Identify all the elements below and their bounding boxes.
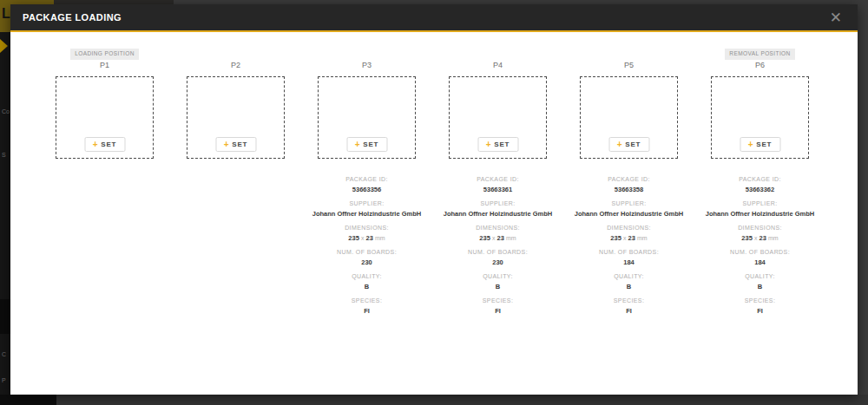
dimension-width: 235 <box>479 234 490 242</box>
position-column-p2: P2 + SET <box>170 49 301 320</box>
positions-row: LOADING POSITION P1 + SET P2 + SET <box>10 32 858 320</box>
dimension-separator: x <box>754 235 758 241</box>
dimensions-value: 235 x 23 mm <box>304 233 431 244</box>
dimensions-label: DIMENSIONS: <box>304 223 431 233</box>
supplier-label: SUPPLIER: <box>697 199 824 209</box>
plus-icon: + <box>617 140 623 149</box>
supplier-label: SUPPLIER: <box>435 199 562 209</box>
supplier-label: SUPPLIER: <box>566 199 693 209</box>
dimension-separator: x <box>361 235 365 241</box>
set-button[interactable]: + SET <box>215 137 256 152</box>
dimension-unit: mm <box>768 235 779 241</box>
quality-value: B <box>304 282 431 292</box>
package-id-value: 53663362 <box>697 185 824 195</box>
position-column-p1: LOADING POSITION P1 + SET <box>39 49 170 320</box>
num-boards-value: 230 <box>304 258 431 268</box>
quality-value: B <box>697 282 824 292</box>
species-label: SPECIES: <box>697 296 824 306</box>
dimension-width: 235 <box>741 234 753 242</box>
set-button-label: SET <box>232 140 247 148</box>
dimensions-label: DIMENSIONS: <box>566 223 693 233</box>
dimension-height: 23 <box>760 234 766 242</box>
position-label: P2 <box>231 61 240 72</box>
package-id-value: 53663358 <box>566 185 693 195</box>
sidebar-item-fragment: C <box>2 351 6 357</box>
dimension-unit: mm <box>637 235 648 241</box>
dimension-height: 23 <box>628 234 635 242</box>
quality-value: B <box>435 282 562 292</box>
set-button-label: SET <box>756 140 772 148</box>
set-button[interactable]: + SET <box>477 137 518 152</box>
species-value: FI <box>304 306 431 317</box>
position-column-p3: P3 + SET PACKAGE ID: 53663356 SUPPLIER: … <box>301 49 432 320</box>
set-button[interactable]: + SET <box>346 137 387 152</box>
package-slot: + SET <box>56 76 154 159</box>
loading-position-badge: LOADING POSITION <box>70 49 139 60</box>
close-icon[interactable]: ✕ <box>826 9 845 27</box>
quality-label: QUALITY: <box>304 271 431 282</box>
species-value: FI <box>566 306 693 317</box>
dimension-width: 235 <box>610 234 621 242</box>
position-label: P4 <box>493 61 503 72</box>
set-button-label: SET <box>363 140 378 148</box>
package-id-label: PACKAGE ID: <box>697 174 824 185</box>
dimension-unit: mm <box>375 235 385 241</box>
bottom-bar-sidebar-segment <box>0 395 56 405</box>
quality-label: QUALITY: <box>697 271 824 282</box>
set-button[interactable]: + SET <box>608 137 649 152</box>
chevron-right-icon <box>0 39 8 53</box>
bottom-bar <box>0 395 868 405</box>
dimension-height: 23 <box>497 234 504 242</box>
supplier-value: Johann Offner Holzindustrie GmbH <box>444 209 553 219</box>
package-slot: + SET <box>187 76 285 159</box>
num-boards-value: 230 <box>435 258 562 268</box>
package-id-value: 53663361 <box>435 185 562 195</box>
sidebar-item-fragment: S <box>2 152 6 158</box>
package-slot: + SET <box>580 76 678 159</box>
package-id-value: 53663356 <box>304 185 431 195</box>
app-logo-letter: L <box>2 6 10 22</box>
package-details: PACKAGE ID: 53663356 SUPPLIER: Johann Of… <box>304 174 431 320</box>
num-boards-label: NUM. OF BOARDS: <box>566 247 693 258</box>
species-value: FI <box>435 306 562 317</box>
plus-icon: + <box>93 140 99 149</box>
set-button[interactable]: + SET <box>740 137 780 152</box>
dimensions-label: DIMENSIONS: <box>697 223 824 233</box>
sidebar-item-fragment: Co <box>2 108 10 114</box>
dimension-height: 23 <box>366 234 373 242</box>
package-id-label: PACKAGE ID: <box>566 174 693 185</box>
quality-label: QUALITY: <box>435 271 562 282</box>
package-slot: + SET <box>449 76 547 159</box>
dimensions-label: DIMENSIONS: <box>435 223 562 233</box>
position-label: P5 <box>624 61 634 72</box>
position-column-p5: P5 + SET PACKAGE ID: 53663358 SUPPLIER: … <box>563 49 694 320</box>
dimensions-value: 235 x 23 mm <box>566 233 693 244</box>
dialog-title: PACKAGE LOADING <box>23 12 122 23</box>
dimension-separator: x <box>623 235 627 241</box>
dialog-header: PACKAGE LOADING ✕ <box>10 4 858 32</box>
num-boards-value: 184 <box>566 258 693 268</box>
position-column-p4: P4 + SET PACKAGE ID: 53663361 SUPPLIER: … <box>432 49 563 320</box>
plus-icon: + <box>748 140 754 149</box>
package-id-label: PACKAGE ID: <box>435 174 562 185</box>
position-column-p6: REMOVAL POSITION P6 + SET PACKAGE ID: 53… <box>694 49 825 320</box>
position-label: P6 <box>755 61 765 72</box>
set-button-label: SET <box>625 140 641 148</box>
sidebar-item-fragment: P <box>2 377 6 383</box>
sidebar-sliver: Co S C P <box>0 32 10 395</box>
set-button-label: SET <box>101 140 116 148</box>
package-slot: + SET <box>318 76 416 159</box>
quality-label: QUALITY: <box>566 271 693 282</box>
species-label: SPECIES: <box>304 296 431 306</box>
supplier-value: Johann Offner Holzindustrie GmbH <box>575 209 684 219</box>
species-value: FI <box>697 306 824 317</box>
package-details: PACKAGE ID: 53663361 SUPPLIER: Johann Of… <box>435 174 562 320</box>
num-boards-label: NUM. OF BOARDS: <box>304 247 431 258</box>
dialog-body: LOADING POSITION P1 + SET P2 + SET <box>10 32 858 393</box>
dimension-width: 235 <box>348 234 359 242</box>
set-button[interactable]: + SET <box>84 137 125 152</box>
species-label: SPECIES: <box>566 296 693 306</box>
num-boards-label: NUM. OF BOARDS: <box>435 247 562 258</box>
supplier-label: SUPPLIER: <box>304 199 431 209</box>
removal-position-badge: REMOVAL POSITION <box>725 49 794 60</box>
